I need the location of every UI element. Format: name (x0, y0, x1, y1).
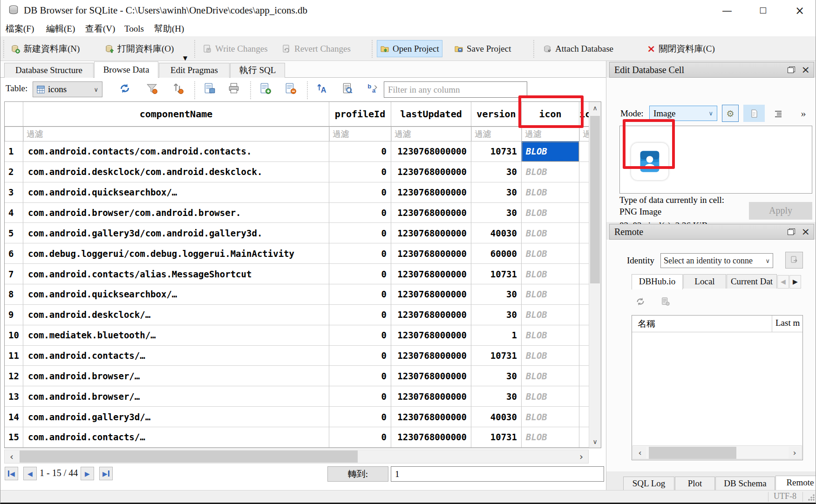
cell-partial[interactable] (579, 264, 589, 284)
insert-record-icon[interactable] (259, 82, 272, 94)
dock-tab-sql-log[interactable]: SQL Log (623, 477, 674, 491)
cell-partial[interactable] (579, 243, 589, 264)
header-componentName[interactable]: componentName (23, 102, 329, 126)
cell-profile-id[interactable]: 0 (329, 346, 391, 366)
cell-partial[interactable] (579, 366, 589, 386)
cell-icon-blob[interactable]: BLOB (522, 223, 579, 243)
horizontal-scroll-thumb[interactable] (20, 450, 358, 463)
cell-icon-blob[interactable]: BLOB (522, 141, 579, 162)
goto-record-button[interactable]: 轉到: (327, 466, 388, 482)
cell-component-name[interactable]: com.android.deskclock/com.android.deskcl… (23, 162, 329, 182)
cell-rownum[interactable]: 15 (5, 427, 23, 448)
cell-component-name[interactable]: com.android.browser/… (23, 386, 329, 407)
cell-partial[interactable] (579, 141, 589, 162)
cell-last-updated[interactable]: 1230768000000 (391, 223, 471, 243)
cell-rownum[interactable]: 6 (5, 243, 23, 264)
open-project-button[interactable]: Open Project (377, 40, 442, 57)
clear-sorting-icon[interactable] (172, 82, 184, 94)
refresh-icon[interactable] (119, 82, 131, 94)
condition-format-icon[interactable]: ba (367, 82, 379, 94)
resize-grip[interactable] (808, 494, 815, 501)
remote-last-modified-column[interactable]: Last m (775, 318, 802, 328)
remote-scroll-thumb[interactable] (649, 447, 736, 459)
cell-last-updated[interactable]: 1230768000000 (391, 162, 471, 182)
cell-icon-blob[interactable]: BLOB (522, 284, 579, 305)
cell-version[interactable]: 30 (471, 305, 522, 325)
export-text-button[interactable] (743, 105, 765, 122)
cell-rownum[interactable]: 10 (5, 325, 23, 346)
cell-partial[interactable] (579, 284, 589, 305)
menu-edit[interactable]: 編輯(E) (43, 23, 78, 35)
cell-profile-id[interactable]: 0 (329, 284, 391, 305)
cell-icon-blob[interactable]: BLOB (522, 162, 579, 182)
tab-scroll-right-icon[interactable]: ▶ (789, 275, 801, 289)
undock-icon[interactable] (788, 67, 795, 73)
cell-version[interactable]: 40030 (471, 223, 522, 243)
clear-filters-icon[interactable] (146, 82, 158, 94)
cell-last-updated[interactable]: 1230768000000 (391, 325, 471, 346)
cell-last-updated[interactable]: 1230768000000 (391, 264, 471, 284)
cell-last-updated[interactable]: 1230768000000 (391, 243, 471, 264)
cell-last-updated[interactable]: 1230768000000 (391, 386, 471, 407)
cell-profile-id[interactable]: 0 (329, 305, 391, 325)
cell-component-name[interactable]: com.android.browser/com.android.browser. (23, 203, 329, 223)
header-lastUpdated[interactable]: lastUpdated (391, 102, 471, 126)
cell-version[interactable]: 30 (471, 284, 522, 305)
cell-component-name[interactable]: com.android.gallery3d/… (23, 407, 329, 427)
cell-rownum[interactable]: 3 (5, 182, 23, 203)
filter-lastUpdated[interactable]: 過濾 (391, 127, 471, 141)
cell-last-updated[interactable]: 1230768000000 (391, 203, 471, 223)
previous-record-button[interactable]: ◀ (23, 467, 37, 480)
close-database-button[interactable]: × 關閉資料庫(C) (644, 40, 718, 57)
cell-rownum[interactable]: 14 (5, 407, 23, 427)
table-selector-combo[interactable]: icons ∨ (33, 81, 102, 97)
cell-last-updated[interactable]: 1230768000000 (391, 284, 471, 305)
filter-partial[interactable]: 過濾 (579, 127, 589, 141)
scroll-left-icon[interactable]: ‹ (5, 450, 18, 463)
cell-version[interactable]: 40030 (471, 407, 522, 427)
word-wrap-button[interactable] (771, 105, 785, 122)
cell-profile-id[interactable]: 0 (329, 386, 391, 407)
cell-version[interactable]: 30 (471, 162, 522, 182)
cell-rownum[interactable]: 4 (5, 203, 23, 223)
cell-profile-id[interactable]: 0 (329, 366, 391, 386)
attach-database-button[interactable]: Attach Database (540, 40, 616, 57)
menu-tools[interactable]: Tools (122, 23, 147, 35)
cell-version[interactable]: 10731 (471, 346, 522, 366)
tab-browse-data[interactable]: Browse Data (94, 61, 158, 78)
cell-icon-blob[interactable]: BLOB (522, 386, 579, 407)
cell-icon-blob[interactable]: BLOB (522, 264, 579, 284)
horizontal-scrollbar[interactable]: ‹ › (4, 450, 589, 464)
cell-profile-id[interactable]: 0 (329, 407, 391, 427)
maximize-button[interactable]: ☐ (752, 4, 774, 18)
tab-edit-pragmas[interactable]: Edit Pragmas (159, 63, 230, 78)
text-encoding-icon[interactable]: A (316, 82, 328, 94)
dock-tab-plot[interactable]: Plot (675, 477, 715, 491)
revert-changes-button[interactable]: Revert Changes (279, 40, 354, 57)
cell-component-name[interactable]: com.android.contacts/… (23, 346, 329, 366)
cell-icon-blob[interactable]: BLOB (522, 203, 579, 223)
filter-icon[interactable]: 過濾 (522, 127, 579, 141)
cell-component-name[interactable]: com.android.quicksearchbox/… (23, 182, 329, 203)
cell-version[interactable]: 1 (471, 325, 522, 346)
header-profileId[interactable]: profileId (329, 102, 391, 126)
print-icon[interactable] (228, 82, 240, 94)
cell-icon-blob[interactable]: BLOB (522, 346, 579, 366)
cell-rownum[interactable]: 13 (5, 386, 23, 407)
binary-view-icon[interactable] (341, 82, 354, 94)
cell-icon-blob[interactable]: BLOB (522, 243, 579, 264)
cell-last-updated[interactable]: 1230768000000 (391, 427, 471, 448)
menu-help[interactable]: 幫助(H) (151, 23, 187, 35)
remote-tab-dbhub[interactable]: DBHub.io (632, 274, 683, 289)
cell-partial[interactable] (579, 203, 589, 223)
cell-component-name[interactable]: com.android.contacts/… (23, 427, 329, 448)
cell-icon-blob[interactable]: BLOB (522, 182, 579, 203)
cell-component-name[interactable]: com.mediatek.bluetooth/… (23, 325, 329, 346)
cell-partial[interactable] (579, 223, 589, 243)
dock-tab-remote[interactable]: Remote (775, 476, 816, 491)
toolbar-overflow-button[interactable]: » (796, 105, 810, 122)
cell-last-updated[interactable]: 1230768000000 (391, 407, 471, 427)
remote-name-column[interactable]: 名稱 (638, 318, 655, 330)
header-version[interactable]: version (471, 102, 522, 126)
scroll-up-icon[interactable]: ∧ (589, 102, 601, 114)
